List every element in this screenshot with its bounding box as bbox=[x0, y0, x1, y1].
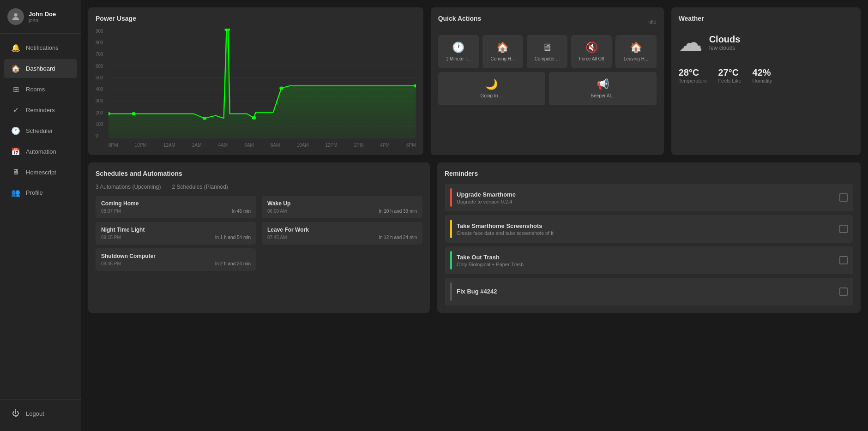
sidebar-item-scheduler[interactable]: 🕐 Scheduler bbox=[4, 121, 77, 140]
automation-time: 08:07 PM bbox=[101, 209, 121, 214]
main-content: Power Usage 900 800 700 600 500 400 300 … bbox=[81, 0, 868, 431]
weather-panel: Weather ☁ Clouds few clouds 28°C Tempera… bbox=[671, 7, 861, 155]
priority-indicator bbox=[450, 188, 452, 207]
svg-marker-11 bbox=[108, 30, 416, 138]
humidity-stat: 42% Humidity bbox=[753, 67, 772, 84]
temperature-label: Temperature bbox=[679, 78, 707, 84]
reminder-text: Take Out Trash Only Biological + Paper T… bbox=[457, 254, 835, 267]
sidebar-item-rooms[interactable]: ⊞ Rooms bbox=[4, 80, 77, 99]
schedule-time: 07:45 AM bbox=[267, 235, 287, 240]
profile-icon: 👥 bbox=[11, 188, 20, 197]
reminder-item: Take Smarthome Screenshots Create fake d… bbox=[445, 215, 853, 243]
reminder-text: Upgrade Smarthome Upgrade to version 0.2… bbox=[457, 191, 835, 204]
cloud-icon: ☁ bbox=[679, 29, 703, 56]
sidebar-item-label: Notifications bbox=[26, 44, 59, 51]
reminder-checkbox[interactable] bbox=[839, 287, 848, 296]
quick-btn-going-to[interactable]: 🌙 Going to ... bbox=[438, 72, 545, 105]
reminder-checkbox[interactable] bbox=[839, 225, 848, 233]
automation-meta: 08:07 PM In 46 min bbox=[101, 209, 251, 214]
schedule-name: Wake Up bbox=[267, 200, 417, 207]
quick-btn-label: 1 Minute T... bbox=[446, 56, 471, 62]
weather-description: Clouds few clouds bbox=[709, 34, 741, 51]
sidebar-item-label: Reminders bbox=[26, 107, 55, 114]
quick-actions-header: Quick Actions Idle bbox=[438, 15, 657, 29]
sidebar-item-label: Profile bbox=[26, 189, 43, 196]
automation-time: 09:15 PM bbox=[101, 235, 121, 240]
reminder-checkbox[interactable] bbox=[839, 256, 848, 264]
sidebar-item-reminders[interactable]: ✓ Reminders bbox=[4, 101, 77, 120]
quick-btn-label: Coming H... bbox=[491, 56, 515, 62]
automations-column: Coming Home 08:07 PM In 46 min Night Tim… bbox=[96, 196, 256, 271]
sidebar-nav: 🔔 Notifications 🏠 Dashboard ⊞ Rooms ✓ Re… bbox=[0, 34, 81, 399]
quick-actions-title: Quick Actions bbox=[438, 15, 482, 22]
schedule-meta: 06:00 AM In 10 h and 39 min bbox=[267, 209, 417, 214]
power-chart: 900 800 700 600 500 400 300 200 100 0 bbox=[96, 29, 416, 148]
sidebar-user: John Doe john bbox=[0, 0, 81, 34]
reminder-title: Take Out Trash bbox=[457, 254, 835, 261]
priority-indicator bbox=[450, 251, 452, 269]
humidity-value: 42% bbox=[753, 67, 772, 78]
mute-icon: 🔇 bbox=[585, 42, 598, 54]
sidebar-item-label: Dashboard bbox=[26, 65, 55, 72]
logout-button[interactable]: ⏻ Logout bbox=[4, 404, 77, 423]
quick-btn-label: Going to ... bbox=[480, 93, 503, 99]
svg-point-17 bbox=[252, 116, 256, 120]
sidebar-item-automation[interactable]: 📅 Automation bbox=[4, 142, 77, 161]
user-name: John Doe bbox=[29, 11, 56, 18]
sidebar-item-profile[interactable]: 👥 Profile bbox=[4, 183, 77, 202]
user-login: john bbox=[29, 18, 56, 23]
reminder-title: Fix Bug #4242 bbox=[457, 288, 835, 295]
feels-like-stat: 27°C Feels Like bbox=[718, 67, 741, 84]
temperature-value: 28°C bbox=[679, 67, 707, 78]
chart-x-labels: 8PM 10PM 12AM 2AM 4AM 6AM 8AM 10AM 12PM … bbox=[108, 143, 416, 148]
schedule-meta: 07:45 AM In 12 h and 24 min bbox=[267, 235, 417, 240]
schedule-time: 06:00 AM bbox=[267, 209, 287, 214]
schedules-column: Wake Up 06:00 AM In 10 h and 39 min Leav… bbox=[262, 196, 422, 271]
svg-point-18 bbox=[279, 86, 283, 90]
quick-actions-row1: 🕐 1 Minute T... 🏠 Coming H... 🖥 Computer… bbox=[438, 35, 657, 68]
bottom-row: Schedules and Automations 3 Automations … bbox=[88, 162, 861, 313]
sidebar-item-dashboard[interactable]: 🏠 Dashboard bbox=[4, 59, 77, 78]
sidebar-item-notifications[interactable]: 🔔 Notifications bbox=[4, 38, 77, 57]
monitor-icon: 🖥 bbox=[542, 42, 552, 54]
clock-icon: 🕐 bbox=[452, 42, 464, 54]
bell-icon: 🔔 bbox=[11, 43, 20, 52]
automation-item: Night Time Light 09:15 PM In 1 h and 54 … bbox=[96, 222, 256, 245]
reminder-checkbox[interactable] bbox=[839, 193, 848, 202]
reminders-title: Reminders bbox=[445, 170, 853, 177]
quick-btn-coming-home[interactable]: 🏠 Coming H... bbox=[482, 35, 523, 68]
reminder-list: Upgrade Smarthome Upgrade to version 0.2… bbox=[445, 184, 853, 305]
sidebar: John Doe john 🔔 Notifications 🏠 Dashboar… bbox=[0, 0, 81, 431]
weather-title: Weather bbox=[679, 15, 853, 22]
schedules-header: 3 Automations (Upcoming) 2 Schedules (Pl… bbox=[96, 184, 422, 190]
quick-btn-beeper[interactable]: 📢 Beeper Al... bbox=[549, 72, 656, 105]
automation-item: Coming Home 08:07 PM In 46 min bbox=[96, 196, 256, 218]
reminder-title: Take Smarthome Screenshots bbox=[457, 222, 835, 229]
quick-btn-computer[interactable]: 🖥 Computer ... bbox=[527, 35, 567, 68]
automation-time: 09:45 PM bbox=[101, 261, 121, 266]
quick-btn-leaving-home[interactable]: 🏠 Leaving H... bbox=[615, 35, 656, 68]
schedule-item: Wake Up 06:00 AM In 10 h and 39 min bbox=[262, 196, 422, 218]
automation-meta: 09:15 PM In 1 h and 54 min bbox=[101, 235, 251, 240]
quick-btn-1min[interactable]: 🕐 1 Minute T... bbox=[438, 35, 479, 68]
automation-name: Shutdown Computer bbox=[101, 253, 251, 259]
humidity-label: Humidity bbox=[753, 78, 772, 84]
chart-svg-wrapper bbox=[108, 29, 416, 138]
avatar bbox=[7, 8, 24, 25]
quick-btn-label: Computer ... bbox=[535, 56, 560, 62]
schedules-body: Coming Home 08:07 PM In 46 min Night Tim… bbox=[96, 196, 422, 271]
check-icon: ✓ bbox=[11, 106, 20, 114]
quick-btn-force-off[interactable]: 🔇 Force All Off bbox=[571, 35, 612, 68]
reminders-panel: Reminders Upgrade Smarthome Upgrade to v… bbox=[437, 162, 861, 313]
terminal-icon: 🖥 bbox=[11, 168, 20, 176]
top-row: Power Usage 900 800 700 600 500 400 300 … bbox=[88, 7, 861, 155]
automation-name: Night Time Light bbox=[101, 227, 251, 233]
schedule-countdown: In 10 h and 39 min bbox=[379, 209, 417, 214]
automation-countdown: In 2 h and 24 min bbox=[215, 261, 251, 266]
schedules-title: Schedules and Automations bbox=[96, 170, 422, 177]
chart-y-labels: 900 800 700 600 500 400 300 200 100 0 bbox=[96, 29, 108, 138]
sidebar-item-homescript[interactable]: 🖥 Homescript bbox=[4, 163, 77, 181]
weather-stats: 28°C Temperature 27°C Feels Like 42% Hum… bbox=[679, 67, 853, 84]
svg-point-13 bbox=[132, 112, 136, 115]
automation-countdown: In 1 h and 54 min bbox=[215, 235, 251, 240]
